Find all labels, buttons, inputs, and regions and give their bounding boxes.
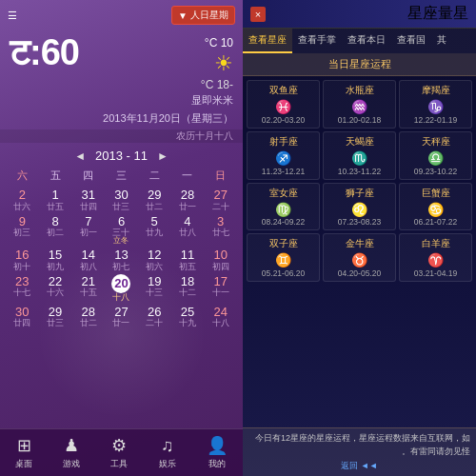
right-titlebar: × 星座量星 (243, 0, 476, 29)
date-sub: 农历十月十八 (0, 129, 243, 143)
weekday-sat: 六 (6, 167, 39, 185)
cal-prev-arrow[interactable]: ◄ (74, 149, 86, 163)
zodiac-leo[interactable]: 狮子座 ♌ 07.23-08.23 (323, 183, 396, 231)
cal-cell[interactable]: 19十三 (138, 273, 171, 303)
cal-cell[interactable]: 10初四 (204, 247, 237, 272)
menu-icon[interactable]: ☰ (8, 10, 17, 22)
cal-row-5: 30廿四 29廿三 28廿二 27廿一 26二十 25十九 24十八 (6, 304, 237, 329)
date-main: 2013年11月20日（星期三） (0, 109, 243, 128)
toolbar-profile[interactable]: 👤 我的 (207, 435, 228, 470)
calendar-nav: ◄ 2013 - 11 ► (0, 145, 243, 167)
cal-month-label: 2013 - 11 (95, 149, 148, 163)
close-button[interactable]: × (250, 7, 266, 22)
toolbar-media[interactable]: ♫ 娱乐 (159, 436, 176, 470)
zodiac-row-2: 射手座 ♐ 11.23-12.21 天蝎座 ♏ 10.23-11.22 天秤座 … (247, 131, 472, 180)
zodiac-libra[interactable]: 天秤座 ♎ 09.23-10.22 (399, 131, 472, 180)
cal-row-1: 2廿六 1廿五 31廿四 30廿三 29廿二 28廿一 27二十 (6, 187, 237, 212)
time-weather-section: 60:ट °C 10 ☀ °C 18- (0, 29, 243, 91)
toolbar-media-label: 娱乐 (159, 458, 176, 470)
cal-cell[interactable]: 6三十立冬 (105, 213, 138, 247)
cal-cell[interactable]: 28廿一 (171, 187, 205, 212)
right-title: 星座量星 (407, 4, 468, 24)
cal-cell[interactable]: 30廿四 (6, 304, 39, 329)
bottom-info-section: 今日有12星座的星座运程，星座运程数据来自互联网，如有雷同请勿见怪。 ◄◄ 返回 (243, 427, 476, 476)
cal-cell[interactable]: 30廿三 (105, 187, 138, 212)
cal-cell[interactable]: 22十六 (39, 273, 72, 303)
tab-zodiac-view[interactable]: 查看星座 (243, 29, 292, 53)
zodiac-aquarius[interactable]: 水瓶座 ♒ 01.20-02.18 (323, 80, 396, 129)
zodiac-section-header: 当日星座运程 (243, 53, 476, 76)
zodiac-pisces[interactable]: 双鱼座 ♓ 02.20-03.20 (247, 80, 320, 129)
cal-cell[interactable]: 11初五 (171, 247, 205, 272)
toolbar-desktop[interactable]: ⊞ 桌面 (15, 435, 32, 470)
zodiac-scorpio[interactable]: 天蝎座 ♏ 10.23-11.22 (323, 131, 396, 180)
cal-cell[interactable]: 3廿七 (204, 213, 237, 247)
tab-daily-view[interactable]: 查看本日 (342, 29, 391, 53)
sun-icon: ☀ (214, 51, 233, 76)
calendar-grid: 六 五 四 三 二 一 日 2廿六 1廿五 31廿四 30廿三 29廿二 28廿… (0, 167, 243, 328)
cal-cell[interactable]: 17十一 (204, 273, 237, 303)
cal-cell[interactable]: 9初三 (6, 213, 39, 247)
cal-cell[interactable]: 14初八 (71, 247, 105, 272)
cal-cell[interactable]: 16初十 (6, 247, 39, 272)
weekday-mon: 一 (171, 167, 205, 185)
cal-cell[interactable]: 8初二 (39, 213, 72, 247)
cal-cell[interactable]: 2廿六 (6, 187, 39, 212)
cal-cell[interactable]: 29廿三 (39, 304, 72, 329)
zodiac-aries[interactable]: 白羊座 ♈ 03.21-04.19 (399, 233, 472, 282)
zodiac-row-4: 双子座 ♊ 05.21-06.20 金牛座 ♉ 04.20-05.20 白羊座 … (247, 233, 472, 282)
cal-cell[interactable]: 1廿五 (39, 187, 72, 212)
cal-cell-today[interactable]: 20十八 (105, 273, 138, 303)
cal-cell[interactable]: 31廿四 (71, 187, 105, 212)
cal-cell[interactable]: 15初九 (39, 247, 72, 272)
profile-icon: 👤 (207, 435, 228, 456)
zodiac-gemini[interactable]: 双子座 ♊ 05.21-06.20 (247, 233, 320, 282)
toolbar-desktop-label: 桌面 (15, 458, 32, 470)
cal-cell[interactable]: 5廿九 (138, 213, 171, 247)
cal-cell[interactable]: 24十八 (204, 304, 237, 329)
toolbar-tools-label: 工具 (110, 458, 128, 470)
zodiac-virgo[interactable]: 室女座 ♍ 08.24-09.22 (247, 183, 320, 231)
location-label: 显即米米 (191, 94, 233, 106)
zodiac-row-3: 室女座 ♍ 08.24-09.22 狮子座 ♌ 07.23-08.23 巨蟹座 … (247, 183, 472, 231)
cal-cell[interactable]: 4廿八 (171, 213, 205, 247)
calendar-header: 六 五 四 三 二 一 日 (6, 167, 237, 185)
cal-cell[interactable]: 12初六 (138, 247, 171, 272)
cal-cell[interactable]: 25十九 (171, 304, 205, 329)
zodiac-capricorn[interactable]: 摩羯座 ♑ 12.22-01.19 (399, 80, 472, 129)
zodiac-taurus[interactable]: 金牛座 ♉ 04.20-05.20 (323, 233, 396, 282)
cal-cell[interactable]: 7初一 (71, 213, 105, 247)
cal-cell[interactable]: 13初七 (105, 247, 138, 272)
tab-palm-view[interactable]: 查看手掌 (292, 29, 342, 53)
temp-high: °C 10 (205, 36, 233, 50)
cal-cell[interactable]: 23十七 (6, 273, 39, 303)
cal-row-3: 16初十 15初九 14初八 13初七 12初六 11初五 10初四 (6, 247, 237, 272)
cal-cell[interactable]: 26二十 (138, 304, 171, 329)
cal-cell[interactable]: 28廿二 (71, 304, 105, 329)
toolbar-profile-label: 我的 (208, 458, 226, 470)
cal-cell[interactable]: 21十五 (71, 273, 105, 303)
toolbar-games[interactable]: ♟ 游戏 (63, 435, 80, 470)
cal-row-4: 23十七 22十六 21十五 20十八 19十三 18十二 17十一 (6, 273, 237, 303)
cal-cell[interactable]: 18十二 (171, 273, 205, 303)
zodiac-row-1: 双鱼座 ♓ 02.20-03.20 水瓶座 ♒ 01.20-02.18 摩羯座 … (247, 80, 472, 129)
filter-label: 人日星期 (190, 9, 228, 22)
cal-cell[interactable]: 27二十 (204, 187, 237, 212)
cal-cell[interactable]: 27廿一 (105, 304, 138, 329)
back-link[interactable]: ◄◄ 返回 (248, 458, 470, 472)
cal-next-arrow[interactable]: ► (157, 149, 169, 163)
weekday-wed: 三 (105, 167, 138, 185)
weather-section: °C 10 ☀ °C 18- (201, 32, 233, 91)
cal-cell[interactable]: 29廿二 (138, 187, 171, 212)
toolbar-tools[interactable]: ⚙ 工具 (110, 435, 128, 470)
weekday-thu: 四 (71, 167, 105, 185)
toolbar-games-label: 游戏 (63, 458, 80, 470)
tab-national-view[interactable]: 查看国 (391, 29, 431, 53)
filter-icon: ▼ (178, 10, 188, 21)
top-icons-left: ☰ (8, 10, 17, 22)
zodiac-sagittarius[interactable]: 射手座 ♐ 11.23-12.21 (247, 131, 320, 180)
filter-button[interactable]: ▼ 人日星期 (171, 6, 235, 25)
time-display: 60:ट (10, 32, 79, 74)
zodiac-cancer[interactable]: 巨蟹座 ♋ 06.21-07.22 (399, 183, 472, 231)
tab-other[interactable]: 其 (431, 29, 452, 53)
